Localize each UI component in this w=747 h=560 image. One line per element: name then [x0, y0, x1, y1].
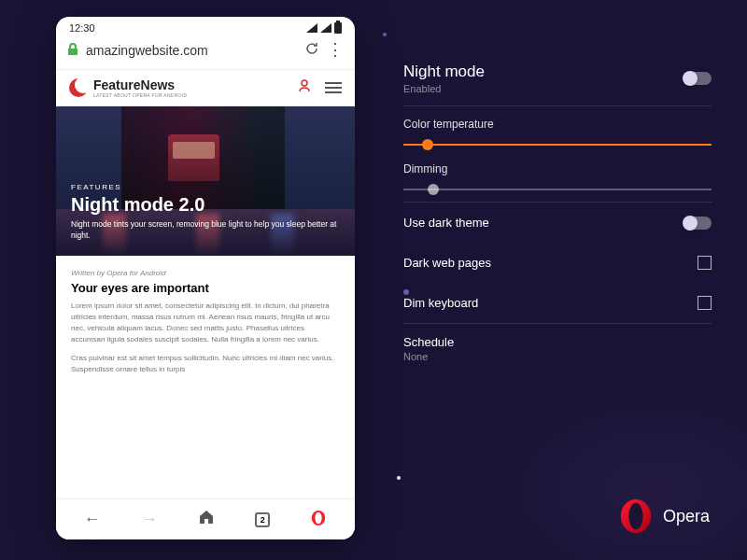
slider-thumb[interactable]: [428, 184, 439, 195]
svg-point-3: [628, 503, 642, 530]
schedule-value: None: [403, 351, 712, 362]
schedule-row[interactable]: Schedule None: [403, 324, 712, 373]
dark-theme-toggle[interactable]: [684, 217, 712, 230]
refresh-icon[interactable]: [304, 41, 319, 60]
home-icon[interactable]: [198, 509, 215, 530]
status-bar: 12:30: [56, 17, 355, 35]
site-logo-icon: [69, 78, 88, 97]
dimming-slider[interactable]: [403, 189, 712, 190]
dim-keyboard-label: Dim keyboard: [403, 296, 478, 310]
hero-image: FEATURES Night mode 2.0 Night mode tints…: [56, 106, 355, 256]
hero-subtitle: Night mode tints your screen, removing b…: [71, 219, 340, 241]
article-byline: Written by Opera for Android: [71, 269, 340, 277]
site-header: FeatureNews LATEST ABOUT OPERA FOR ANDRO…: [56, 69, 355, 106]
schedule-label: Schedule: [403, 335, 712, 349]
opera-icon[interactable]: [310, 510, 327, 530]
svg-point-1: [316, 511, 322, 524]
clock: 12:30: [69, 22, 95, 34]
dim-keyboard-checkbox[interactable]: [698, 296, 712, 310]
menu-dots-icon[interactable]: ⋮: [327, 47, 344, 53]
signal-icon: [320, 23, 331, 33]
settings-panel: Night mode Enabled Color temperature Dim…: [403, 51, 712, 373]
dark-pages-checkbox[interactable]: [698, 256, 712, 270]
night-mode-toggle[interactable]: [684, 72, 712, 85]
dimming-label: Dimming: [403, 162, 712, 175]
night-mode-title: Night mode: [403, 63, 485, 81]
article-title: Your eyes are important: [71, 281, 340, 295]
back-icon[interactable]: ←: [84, 510, 101, 529]
slider-thumb[interactable]: [422, 139, 433, 150]
article: Written by Opera for Android Your eyes a…: [56, 256, 355, 396]
article-paragraph: Lorem ipsum dolor sit amet, consectetur …: [71, 301, 340, 345]
hero-title: Night mode 2.0: [71, 194, 340, 216]
site-tagline: LATEST ABOUT OPERA FOR ANDROID: [93, 92, 187, 98]
opera-logo-icon: [618, 498, 654, 534]
color-temp-label: Color temperature: [403, 118, 712, 131]
night-mode-status: Enabled: [403, 83, 485, 94]
opera-brand-text: Opera: [663, 507, 710, 526]
opera-brand: Opera: [618, 498, 710, 534]
hero-label: FEATURES: [71, 183, 340, 191]
site-brand: FeatureNews: [93, 77, 187, 92]
wifi-icon: [306, 23, 317, 33]
phone-mockup: 12:30 amazingwebsite.com ⋮ FeatureNews L…: [56, 17, 355, 539]
dark-pages-label: Dark web pages: [403, 256, 491, 270]
battery-icon: [334, 22, 342, 34]
forward-icon[interactable]: →: [141, 510, 158, 529]
profile-icon[interactable]: [297, 78, 312, 97]
url-text[interactable]: amazingwebsite.com: [86, 43, 297, 58]
lock-icon: [67, 43, 78, 59]
status-icons: [306, 22, 342, 34]
dark-theme-label: Use dark theme: [403, 216, 489, 230]
article-paragraph: Cras pulvinar est sit amet tempus sollic…: [71, 353, 340, 375]
hamburger-icon[interactable]: [325, 82, 342, 93]
bottom-nav: ← → 2: [56, 498, 355, 539]
color-temp-slider[interactable]: [403, 144, 712, 146]
tabs-icon[interactable]: 2: [255, 512, 270, 527]
url-bar[interactable]: amazingwebsite.com ⋮: [56, 35, 355, 69]
